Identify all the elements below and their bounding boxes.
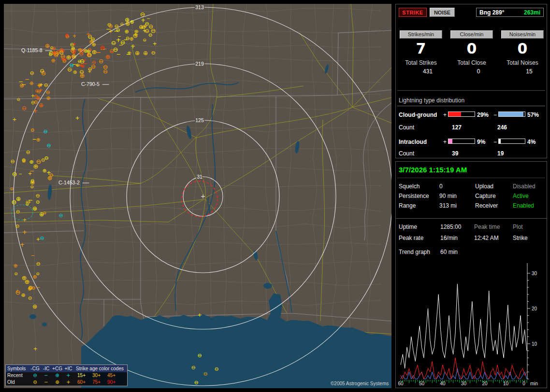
svg-text:⊖: ⊖ [62,56,66,62]
svg-text:⊕: ⊕ [39,211,44,218]
svg-text:min: min [530,381,538,386]
svg-text:+: + [127,50,130,55]
svg-text:⊕: ⊕ [135,50,140,56]
svg-text:−: − [18,78,23,85]
ic-neg-recent-icon: − [41,373,52,378]
svg-text:−: − [18,171,22,176]
peak-rate-row: Peak rate 16/min 12:42 AM Strike [396,235,547,242]
ic-minus-count: 19 [497,150,504,157]
svg-text:⊖: ⊖ [16,209,20,214]
svg-text:+: + [28,170,32,177]
trend-graph-row: Trend graph 60 min [396,249,547,256]
strikes-per-min-button[interactable]: Strikes/min [400,30,442,39]
trend-graph-label: Trend graph [399,249,430,255]
legend-col-cg-pos: +CG [52,366,63,371]
svg-text:−: − [32,136,36,142]
svg-text:+: + [46,169,51,176]
svg-text:+: + [22,228,28,236]
persistence-value: 90 min [439,193,457,199]
svg-text:+: + [27,199,31,205]
svg-text:+: + [75,115,79,121]
svg-text:−: − [114,28,118,34]
svg-text:⊖: ⊖ [40,235,44,241]
svg-text:⊕: ⊕ [32,205,37,212]
svg-text:⊖: ⊖ [45,89,50,96]
svg-text:⊕: ⊕ [130,19,134,25]
svg-text:⊖: ⊖ [34,94,38,99]
noise-toggle-button[interactable]: NOISE [430,8,455,17]
status-row: Range 313 mi Receiver Enabled [396,202,547,210]
svg-text:⊕: ⊕ [46,95,50,101]
ic-plus-bar [448,139,475,144]
age-15: 15+ [74,373,89,378]
svg-text:−: − [123,36,128,43]
svg-text:⊖: ⊖ [58,212,63,219]
svg-text:⊖: ⊖ [14,271,18,276]
divider [397,90,545,91]
svg-text:⊖: ⊖ [36,261,40,267]
svg-text:⊕: ⊕ [51,57,55,64]
svg-text:⊕: ⊕ [124,28,129,35]
svg-text:⊖: ⊖ [87,66,92,72]
svg-text:+: + [20,241,25,248]
svg-text:⊖: ⊖ [103,68,108,75]
trend-graph-window: 60 min [440,249,458,255]
svg-text:C-790-5: C-790-5 [81,81,100,87]
svg-text:⊖: ⊖ [36,199,40,205]
ic-plus-pct: 9% [477,139,485,145]
plus-sign: + [443,139,447,145]
uptime-row: Uptime 1285:00 Peak time Plot [396,224,547,231]
status-row: Persistence 90 min Capture Active [396,193,547,200]
svg-text:−: − [116,51,120,57]
svg-text:⊕: ⊕ [29,81,33,86]
plus-sign: + [443,112,447,118]
svg-text:⊖: ⊖ [203,371,207,377]
svg-text:⊕: ⊕ [73,70,77,75]
svg-text:313: 313 [195,4,204,10]
svg-text:⊖: ⊖ [140,11,145,18]
cg-neg-old-icon: ⊖ [29,380,41,385]
svg-text:⊖: ⊖ [30,127,34,133]
divider [397,178,545,178]
lightning-map[interactable]: 31321912531 ⊖⊖⊕⊕⊖⊕⊕−−⊖⊕+⊖+⊕⊖⊕+−⊖⊖−⊖⊖⊖⊖⊕⊖… [4,4,391,388]
legend-symbols-label: Symbols [7,366,29,371]
svg-text:+: + [116,36,121,43]
svg-text:−: − [36,285,40,290]
total-strikes-value: 431 [396,68,446,75]
upload-value: Disabled [513,183,536,190]
svg-text:⊕: ⊕ [100,44,105,51]
strike-toggle-button[interactable]: STRIKE [399,8,427,17]
svg-text:⊖: ⊖ [214,366,218,372]
cg-neg-recent-icon: ⊖ [29,373,41,378]
close-per-min-button[interactable]: Close/min [450,30,493,39]
svg-text:⊖: ⊖ [44,155,48,161]
svg-text:⊖: ⊖ [197,352,202,359]
svg-text:⊖: ⊖ [35,193,40,199]
legend-old-row: Old ⊖ − ⊕ + 60+ 75+ 90+ [6,379,127,386]
noises-per-min-value: 0 [497,40,548,57]
squelch-label: Squelch [399,183,420,190]
svg-text:+: + [152,41,157,47]
ic-pos-old-icon: + [63,380,74,385]
svg-text:⊕: ⊕ [16,196,21,202]
count-label: Count [399,150,414,157]
svg-text:⊕: ⊕ [105,53,111,60]
svg-text:⊖: ⊖ [36,271,40,276]
minus-sign: − [493,112,497,118]
svg-text:−: − [31,253,35,258]
svg-text:⊖: ⊖ [28,284,33,291]
svg-text:+: + [72,33,76,39]
noises-per-min-button[interactable]: Noises/min [501,30,544,39]
svg-text:+: + [83,57,87,62]
strikes-column: Strikes/min 7 Total Strikes 431 [396,30,446,75]
svg-text:⊖: ⊖ [40,68,44,74]
svg-text:⊕: ⊕ [39,102,43,109]
svg-text:⊕: ⊕ [36,137,40,142]
svg-text:⊕: ⊕ [143,50,148,56]
svg-text:⊖: ⊖ [92,60,96,65]
svg-text:⊕: ⊕ [21,292,25,298]
svg-text:0: 0 [522,381,525,386]
total-strikes-label: Total Strikes [396,59,446,66]
total-noises-label: Total Noises [497,59,548,66]
uptime-label: Uptime [399,224,417,230]
